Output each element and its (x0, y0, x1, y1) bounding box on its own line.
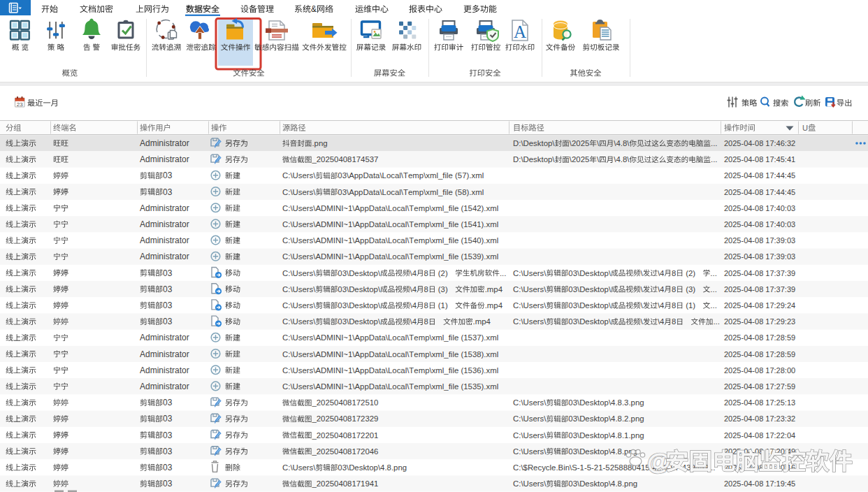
svg-text:\4: \4 (658, 301, 665, 310)
svg-text:Administrator: Administrator (140, 333, 189, 342)
svg-text:03: 03 (163, 284, 173, 294)
svg-text:C:\Users\: C:\Users\ (282, 171, 316, 180)
svg-text:_20250408172046: _20250408172046 (311, 447, 378, 456)
svg-text:(3): (3) (436, 285, 448, 294)
svg-text:03\Desktop\: 03\Desktop\ (568, 317, 612, 326)
svg-text:2025-04-08 17:28:00: 2025-04-08 17:28:00 (724, 366, 795, 375)
svg-text:2025-04-08 17:29:23: 2025-04-08 17:29:23 (724, 317, 795, 326)
svg-text:03\Desktop\4.8.3.png: 03\Desktop\4.8.3.png (568, 398, 644, 407)
svg-text:8: 8 (672, 301, 676, 310)
svg-text:03: 03 (163, 268, 173, 278)
svg-text:23: 23 (17, 101, 23, 108)
svg-text:.png: .png (312, 139, 327, 147)
svg-text:03: 03 (163, 447, 173, 456)
svg-text:Administrator: Administrator (140, 382, 189, 391)
svg-text:C:\Users\: C:\Users\ (282, 188, 316, 196)
svg-text:C:\Users\: C:\Users\ (513, 398, 547, 407)
svg-text:03: 03 (163, 301, 173, 310)
svg-text:...: ... (711, 139, 718, 147)
svg-text:8: 8 (424, 269, 428, 277)
svg-text:Administrator: Administrator (140, 349, 189, 359)
svg-text:03: 03 (163, 430, 173, 440)
svg-text:C:\Users\: C:\Users\ (282, 301, 316, 310)
svg-text:2025-04-08 17:44:45: 2025-04-08 17:44:45 (724, 171, 795, 180)
svg-text:.mp4: .mp4 (473, 317, 491, 326)
svg-text:Administrator: Administrator (140, 219, 189, 229)
svg-text:C:\Users\ADMINI~1\AppData\Loca: C:\Users\ADMINI~1\AppData\Local\Temp\xml… (282, 333, 498, 342)
svg-text:03: 03 (163, 463, 173, 472)
svg-text:Administrator: Administrator (140, 138, 189, 148)
svg-text:2025-04-08 17:28:59: 2025-04-08 17:28:59 (724, 350, 795, 359)
svg-text:C:\Users\: C:\Users\ (513, 285, 547, 294)
svg-text:03\Desktop\4.8.2.png: 03\Desktop\4.8.2.png (568, 414, 644, 423)
svg-text:Administrator: Administrator (140, 154, 189, 164)
svg-text:(1): (1) (683, 301, 695, 310)
svg-text:2025-04-08 17:25:13: 2025-04-08 17:25:13 (724, 398, 795, 407)
svg-text:C:\Users\: C:\Users\ (282, 317, 316, 326)
svg-text:\4.8\: \4.8\ (614, 155, 630, 164)
svg-text:\4: \4 (410, 301, 417, 310)
svg-text:2025-04-08 17:23:32: 2025-04-08 17:23:32 (724, 414, 795, 423)
svg-text:2025-04-08 17:44:45: 2025-04-08 17:44:45 (724, 188, 795, 196)
svg-text:C:\Users\ADMINI~1\AppData\Loca: C:\Users\ADMINI~1\AppData\Local\Temp\xml… (282, 382, 498, 391)
svg-text:8: 8 (424, 285, 428, 294)
svg-text:03\AppData\Local\Temp\xml_file: 03\AppData\Local\Temp\xml_file (57).xml (338, 171, 484, 180)
svg-text:2025-04-08 17:37:39: 2025-04-08 17:37:39 (724, 269, 795, 277)
svg-text:\4: \4 (410, 269, 417, 277)
svg-text:C:\Users\ADMINI~1\AppData\Loca: C:\Users\ADMINI~1\AppData\Local\Temp\xml… (282, 220, 498, 229)
svg-text:2025-04-08 17:28:59: 2025-04-08 17:28:59 (724, 333, 795, 342)
svg-text:03\Desktop\: 03\Desktop\ (338, 301, 381, 310)
svg-text:\4: \4 (658, 317, 665, 326)
svg-text:Administrator: Administrator (140, 252, 189, 261)
svg-text:...: ... (713, 317, 720, 326)
svg-text:2025-04-08 17:37:39: 2025-04-08 17:37:39 (724, 285, 795, 294)
svg-text:C:\Users\: C:\Users\ (513, 431, 547, 440)
svg-text:C:\Users\ADMINI~1\AppData\Loca: C:\Users\ADMINI~1\AppData\Local\Temp\xml… (282, 366, 498, 375)
svg-text:C:\Users\: C:\Users\ (513, 301, 547, 310)
svg-text:03\Desktop\: 03\Desktop\ (568, 285, 612, 294)
svg-text:\4: \4 (658, 269, 665, 277)
svg-text:8: 8 (424, 301, 428, 310)
svg-text:8: 8 (424, 317, 428, 326)
svg-text:Administrator: Administrator (140, 236, 189, 245)
svg-text:\4: \4 (410, 317, 417, 326)
svg-text:8: 8 (672, 269, 676, 277)
svg-text:03: 03 (163, 398, 173, 407)
svg-text:03\Desktop\: 03\Desktop\ (338, 317, 381, 326)
svg-text:2025-04-08 17:45:41: 2025-04-08 17:45:41 (724, 155, 795, 164)
svg-text:\2025: \2025 (570, 155, 590, 164)
svg-text:_20250408172329: _20250408172329 (311, 414, 378, 423)
svg-text:Administrator: Administrator (140, 366, 189, 375)
svg-text:(3): (3) (683, 285, 695, 294)
svg-text:03: 03 (163, 187, 173, 197)
svg-text:(2): (2) (683, 269, 695, 277)
svg-text:2025-04-08 17:27:59: 2025-04-08 17:27:59 (724, 382, 795, 391)
svg-text:2025-04-08 17:40:03: 2025-04-08 17:40:03 (724, 204, 795, 212)
svg-text:C:\Users\ADMINI~1\AppData\Loca: C:\Users\ADMINI~1\AppData\Local\Temp\xml… (282, 252, 498, 261)
svg-text:(1): (1) (436, 301, 448, 310)
svg-text:C:\Users\: C:\Users\ (282, 269, 316, 277)
svg-text:C:\Users\ADMINI~1\AppData\Loca: C:\Users\ADMINI~1\AppData\Local\Temp\xml… (282, 350, 498, 359)
svg-text:03: 03 (163, 479, 173, 489)
svg-text:03\Desktop\: 03\Desktop\ (568, 301, 612, 310)
svg-text:_20250408172201: _20250408172201 (311, 431, 378, 440)
svg-text:Administrator: Administrator (140, 203, 189, 213)
svg-text:_20250408172510: _20250408172510 (311, 398, 378, 407)
svg-text:C:\Users\: C:\Users\ (513, 447, 547, 456)
svg-text:(2): (2) (436, 269, 448, 277)
svg-text:03\Desktop\4.8.png: 03\Desktop\4.8.png (568, 479, 637, 488)
svg-text:C:\Users\ADMINI~1\AppData\Loca: C:\Users\ADMINI~1\AppData\Local\Temp\xml… (282, 204, 498, 212)
svg-text:_20250408174537: _20250408174537 (311, 155, 378, 164)
svg-text:2025-04-08 17:29:24: 2025-04-08 17:29:24 (724, 301, 795, 310)
svg-text:D:\Desktop\: D:\Desktop\ (513, 155, 555, 164)
svg-text:2025-04-08 17:22:04: 2025-04-08 17:22:04 (724, 431, 795, 440)
svg-text:03: 03 (163, 171, 173, 180)
svg-text:C:\Users\: C:\Users\ (513, 269, 547, 277)
svg-text:C:\Users\: C:\Users\ (513, 317, 547, 326)
svg-text:03\Desktop\: 03\Desktop\ (338, 285, 381, 294)
svg-text:8: 8 (672, 317, 676, 326)
svg-text:\4.8\: \4.8\ (614, 139, 630, 147)
svg-text:03\Desktop\: 03\Desktop\ (568, 269, 612, 277)
svg-text:C:\Users\: C:\Users\ (282, 463, 316, 472)
svg-text:...: ... (710, 285, 717, 294)
